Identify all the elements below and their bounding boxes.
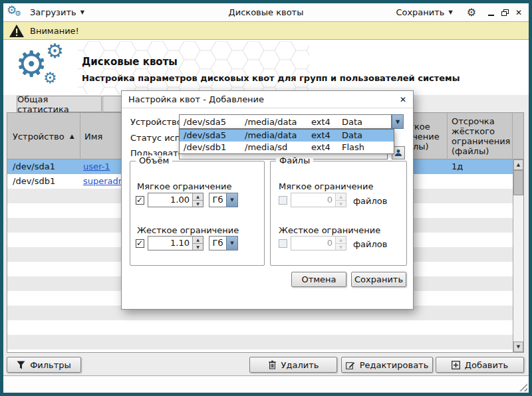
combo-mount: /media/data xyxy=(245,117,311,127)
dialog-title: Настройка квот - Добавление xyxy=(128,94,264,104)
dropdown-option[interactable]: /dev/sdb1 /media/sd ext4 Flash xyxy=(180,142,394,153)
dropdown-option-selected[interactable]: /dev/sda5 /media/data ext4 Data xyxy=(180,130,394,142)
scroll-up-button[interactable]: ▲ xyxy=(513,159,523,170)
gear-icon: ⚙ xyxy=(15,10,21,17)
chevron-down-icon[interactable]: ▼ xyxy=(226,193,238,207)
hard-limit-checkbox[interactable]: ✓ xyxy=(136,239,144,248)
scroll-up-icon: ▲ xyxy=(517,162,520,167)
hard-limit-value: 1.10 xyxy=(148,237,192,250)
page-title: Дисковые квоты xyxy=(82,56,178,68)
files-suffix-label: файлов xyxy=(353,239,387,249)
page-subtitle: Настройка параметров дисковых квот для г… xyxy=(82,73,460,83)
spinner-buttons: ▲▼ xyxy=(335,237,346,250)
cell-grace: 1д xyxy=(452,159,510,174)
soft-limit-files-spinner: 0 ▲▼ xyxy=(291,193,346,207)
chevron-down-icon[interactable]: ▼ xyxy=(226,236,238,250)
files-suffix-label: файлов xyxy=(353,196,387,206)
save-button[interactable]: Сохранить xyxy=(351,272,406,287)
unit-value: Гб xyxy=(209,236,226,250)
files-group-legend: Файлы xyxy=(276,155,313,165)
dialog-close-button[interactable]: ✕ xyxy=(397,94,409,106)
soft-limit-checkbox[interactable] xyxy=(279,196,287,205)
volume-group: Объём Мягкое ограничение ✓ 1.00 ▲▼ Гб ▼ … xyxy=(130,161,265,266)
save-label: Сохранить xyxy=(354,274,403,284)
titlebar: ⚙ ⚙ Загрузить ▼ Дисковые квоты Сохранить… xyxy=(3,3,529,22)
column-header-device[interactable]: Устройство ▲ xyxy=(7,113,80,159)
spin-down-icon: ▼ xyxy=(336,201,346,207)
window-content: ⚙ ⚙ Загрузить ▼ Дисковые квоты Сохранить… xyxy=(3,3,529,393)
chevron-down-icon: ▼ xyxy=(449,9,453,15)
soft-limit-checkbox[interactable]: ✓ xyxy=(136,196,144,205)
load-menu-button[interactable]: Загрузить ▼ xyxy=(25,5,90,19)
vertical-scrollbar[interactable]: ▲ ▼ xyxy=(513,159,523,352)
close-icon: ✕ xyxy=(515,9,522,17)
gear-icon: ⚙ xyxy=(43,70,57,86)
hard-limit-value-spinner[interactable]: 1.10 ▲▼ xyxy=(148,236,203,250)
hard-limit-unit-combobox[interactable]: Гб ▼ xyxy=(209,236,238,250)
cancel-label: Отмена xyxy=(301,274,336,284)
load-menu-label: Загрузить xyxy=(30,7,76,17)
restore-icon xyxy=(501,9,509,16)
delete-button[interactable]: Удалить xyxy=(249,357,337,373)
app-window: ⚙ ⚙ Загрузить ▼ Дисковые квоты Сохранить… xyxy=(0,0,532,396)
close-button[interactable]: ✕ xyxy=(513,7,525,19)
cancel-button[interactable]: Отмена xyxy=(291,272,346,287)
tab-general-statistics[interactable]: Общая статистика xyxy=(17,96,102,112)
add-plus-icon xyxy=(452,361,460,369)
filters-label: Фильтры xyxy=(30,360,71,370)
spin-up-icon: ▲ xyxy=(336,193,346,201)
combo-volume-label: Data xyxy=(342,117,391,127)
spin-down-icon: ▼ xyxy=(336,244,346,250)
minimize-icon xyxy=(488,15,494,16)
edit-pencil-icon xyxy=(346,361,355,369)
column-header-name[interactable]: Имя xyxy=(80,113,122,159)
close-icon: ✕ xyxy=(400,95,406,104)
resize-grip[interactable] xyxy=(519,383,527,391)
quota-add-dialog: Настройка квот - Добавление ✕ Устройство… xyxy=(121,90,414,310)
save-menu-label: Сохранить xyxy=(396,7,444,17)
chevron-down-icon: ▼ xyxy=(80,9,84,15)
titlebar-right-controls: Сохранить ▼ ⚙ ✕ xyxy=(390,5,529,19)
spinner-buttons[interactable]: ▲▼ xyxy=(192,237,203,250)
soft-limit-label: Мягкое ограничение xyxy=(137,181,231,191)
unit-value: Гб xyxy=(209,193,226,207)
spin-down-icon: ▼ xyxy=(193,244,203,250)
warning-banner: Внимание! xyxy=(3,22,529,40)
combo-device: /dev/sda5 xyxy=(184,117,245,127)
hexagon-pattern-decoration xyxy=(78,41,309,94)
soft-limit-value-spinner[interactable]: 1.00 ▲▼ xyxy=(148,193,203,207)
spin-up-icon: ▲ xyxy=(193,237,203,244)
warning-triangle-icon xyxy=(9,25,24,37)
save-menu-button[interactable]: Сохранить ▼ xyxy=(390,5,458,19)
gear-icon: ⚙ xyxy=(46,41,64,61)
spin-up-icon: ▲ xyxy=(336,237,346,244)
edit-button[interactable]: Редактировать xyxy=(341,357,433,373)
filters-button[interactable]: Фильтры xyxy=(7,357,81,373)
scroll-down-button[interactable]: ▼ xyxy=(513,342,523,352)
add-button[interactable]: Добавить xyxy=(436,357,524,373)
scrollbar-thumb[interactable] xyxy=(513,170,523,195)
user-link[interactable]: superadmin xyxy=(83,174,124,189)
status-bar xyxy=(3,375,529,393)
spinner-buttons[interactable]: ▲▼ xyxy=(192,193,203,207)
add-label: Добавить xyxy=(465,360,508,370)
minimize-button[interactable] xyxy=(485,7,497,19)
settings-gear-icon[interactable]: ⚙ xyxy=(467,7,476,18)
user-link[interactable]: user-1 xyxy=(83,159,124,174)
device-dropdown-list: /dev/sda5 /media/data ext4 Data /dev/sdb… xyxy=(179,129,394,154)
column-header-grace-hard-files[interactable]: Отсрочка жёсткого ограничения (файлы) xyxy=(448,113,513,159)
soft-limit-label: Мягкое ограничение xyxy=(279,181,373,191)
user-icon xyxy=(394,149,402,157)
spinner-buttons: ▲▼ xyxy=(335,193,346,207)
edit-label: Редактировать xyxy=(360,360,429,370)
dialog-titlebar[interactable]: Настройка квот - Добавление ✕ xyxy=(122,91,413,108)
hard-limit-files-value: 0 xyxy=(291,237,335,250)
column-header-stub xyxy=(513,113,523,159)
hard-limit-checkbox[interactable] xyxy=(279,239,287,248)
device-combobox[interactable]: /dev/sda5 /media/data ext4 Data xyxy=(179,114,392,129)
soft-limit-unit-combobox[interactable]: Гб ▼ xyxy=(209,193,238,207)
page-header: ⚙ ⚙ ⚙ Дисковые квоты Настройка параметро… xyxy=(3,40,529,95)
device-combo-dropdown-button[interactable]: ▼ xyxy=(392,114,404,129)
device-label: Устройство: xyxy=(130,117,185,127)
maximize-button[interactable] xyxy=(499,7,511,19)
